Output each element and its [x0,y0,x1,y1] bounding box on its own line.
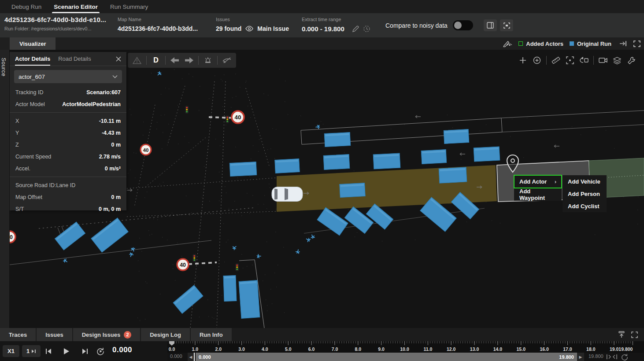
wrench-icon [628,57,635,64]
vehicle-actor[interactable] [421,150,446,164]
tab-actor-details[interactable]: Actor Details [15,52,50,66]
ego-rear-window [274,189,278,200]
menu-item-add-waypoint[interactable]: Add Waypoint [514,188,562,201]
reset-view-button[interactable] [577,54,591,66]
tab-traces[interactable]: Traces [0,328,36,341]
step-size-button[interactable]: 1 [22,345,41,357]
traffic-light-lamp [193,257,195,259]
ruler-tick-label: 11.0 [423,346,432,352]
collapse-panel-icon[interactable] [618,331,625,338]
scenario-canvas[interactable]: 40404040 D Actor DetailsRoad Details act… [10,50,644,328]
close-panel-icon[interactable] [116,56,121,62]
ruler-tick-label: 3.0 [238,346,245,352]
vehicle-actor[interactable] [373,153,400,169]
vehicle-actor[interactable] [324,133,350,147]
camera-button[interactable] [596,54,610,66]
layers-button[interactable] [611,54,624,66]
replay-button[interactable] [94,345,107,357]
vehicle-actor[interactable] [340,183,365,198]
drive-mode-indicator[interactable]: D [149,54,163,66]
tab-run-summary[interactable]: Run Summary [104,0,154,13]
add-button[interactable] [516,54,529,66]
play-button[interactable] [60,345,72,357]
reset-range-icon[interactable] [621,353,628,361]
compare-noisy-toggle[interactable] [453,20,473,30]
vehicle-actor[interactable] [444,129,469,144]
step-forward-button[interactable] [182,54,196,66]
toolbar-divider [593,56,594,65]
skip-to-end-button[interactable] [78,345,91,357]
property-label: Y [15,130,19,136]
property-label: Map Offset [15,194,42,200]
tab-design-issues[interactable]: Design Issues2 [73,328,140,341]
menu-item-label: Add Waypoint [519,188,556,201]
warning-triangle-button[interactable] [130,54,144,66]
hide-paths-button[interactable] [220,54,233,66]
playhead-marker[interactable] [169,341,174,346]
vehicle-actor[interactable] [439,167,467,183]
property-label: Actor Model [15,101,45,107]
ruler-tick-label: 0.0 [169,346,175,352]
tab-run-info[interactable]: Run Info [191,328,232,341]
tab-issues[interactable]: Issues [37,328,72,341]
vehicle-actor[interactable] [223,276,237,302]
edit-range-pencil-icon[interactable] [352,26,359,33]
vehicle-actor[interactable] [275,159,300,173]
step-back-button[interactable] [168,54,181,66]
tab-design-log[interactable]: Design Log [141,328,190,341]
annotate-visibility-icon[interactable] [503,40,512,47]
siren-button[interactable] [201,54,215,66]
property-value: Scenario:607 [86,89,121,96]
menu-item-label: Add Vehicle [568,178,600,185]
chevron-down-icon [112,75,118,78]
menu-item-add-person[interactable]: Add Person [563,188,607,200]
speed-limit-value: 40 [235,114,241,121]
range-right-handle[interactable]: ▶ [577,353,584,361]
visualizer-bar: Visualizer Added Actors Original Run [0,37,644,50]
tab-debug-run[interactable]: Debug Run [5,0,48,13]
wrench-button[interactable] [625,54,638,66]
vehicle-actor[interactable] [323,155,350,170]
vehicle-roof-highlight [224,276,235,279]
tab-visualizer[interactable]: Visualizer [10,37,56,50]
measure-button[interactable] [549,54,563,66]
fit-range-icon[interactable] [606,353,618,361]
ego-vehicle[interactable] [272,187,303,202]
timeline-ruler[interactable]: 0.01.02.03.04.05.06.07.08.09.010.011.012… [167,341,644,353]
menu-item-add-cyclist[interactable]: Add Cyclist [563,200,607,212]
source-side-tab[interactable]: Source [0,50,10,328]
history-clock-icon[interactable] [363,25,370,33]
vehicle-actor[interactable] [474,147,500,162]
vehicle-actor[interactable] [239,280,260,319]
expand-icon[interactable] [633,41,640,47]
tab-road-details[interactable]: Road Details [58,52,91,66]
focus-button[interactable] [563,54,577,66]
range-left-handle[interactable]: ◀ [188,353,195,361]
menu-item-add-vehicle[interactable]: Add Vehicle [563,175,607,188]
expand-panel-icon[interactable] [631,332,638,338]
view-issue-eye-icon[interactable] [245,26,253,32]
add-circle-button[interactable] [530,54,544,66]
skip-to-start-button[interactable] [42,345,55,357]
actor-selector-dropdown[interactable]: actor_607 [14,70,122,83]
fullscreen-icon [503,22,510,29]
legend-added-actors[interactable]: Added Actors [518,41,563,47]
ruler-tick-label: 17.0 [563,346,572,352]
run-info: 4d251236-6fc7-40d0-b3dd-e10... Run Folde… [4,16,106,31]
playback-speed-button[interactable]: X1 [3,345,19,357]
hide-paths-icon [222,57,232,64]
property-value: 0 m [111,194,121,200]
vehicle-actor[interactable] [229,162,256,176]
jump-to-end-icon[interactable] [619,41,627,47]
add-circle-icon [533,56,541,64]
property-value: -10.11 m [99,118,121,124]
main-issue-label[interactable]: Main Issue [257,25,289,32]
range-bar[interactable]: 0.000 19.800 [196,353,577,361]
step-back-icon [170,57,179,63]
property-value: -4.43 m [102,130,121,136]
legend-original-run[interactable]: Original Run [570,41,611,47]
fullscreen-button[interactable] [500,19,513,31]
side-panel-button[interactable] [484,19,497,31]
menu-item-add-actor[interactable]: Add Actor› [514,175,562,188]
tab-scenario-editor[interactable]: Scenario Editor [48,0,104,13]
